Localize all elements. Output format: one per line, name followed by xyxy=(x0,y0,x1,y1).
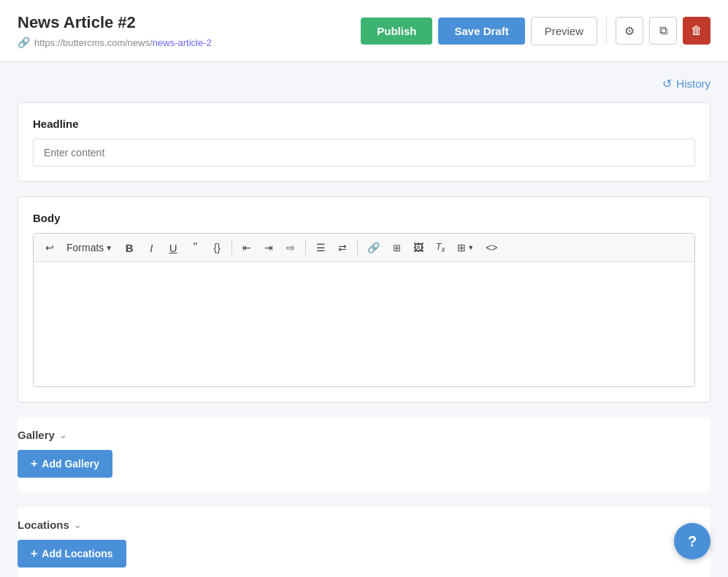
align-left-icon: ⇤ xyxy=(242,242,251,253)
page-title: News Article #2 xyxy=(18,13,212,32)
fab-button[interactable]: ? xyxy=(674,523,710,559)
image-icon: 🖼 xyxy=(413,242,424,253)
bold-button[interactable]: B xyxy=(119,239,139,257)
toolbar-divider xyxy=(606,18,607,44)
underline-icon: U xyxy=(169,242,177,254)
history-button[interactable]: ↺ History xyxy=(662,77,710,91)
settings-button[interactable]: ⚙ xyxy=(616,17,643,45)
url-prefix: https://buttercms.com/news/ xyxy=(34,37,153,48)
history-label: History xyxy=(676,77,710,90)
toolbar-sep-3 xyxy=(357,240,358,255)
save-draft-button[interactable]: Save Draft xyxy=(438,18,524,45)
blockquote-icon: " xyxy=(193,241,197,254)
underline-button[interactable]: U xyxy=(163,239,183,257)
formats-chevron-icon: ▼ xyxy=(105,244,112,252)
locations-chevron-icon: ⌄ xyxy=(74,519,82,530)
align-center-icon: ⇥ xyxy=(264,242,273,253)
code-inline-button[interactable]: {} xyxy=(207,239,227,256)
locations-section: Locations ⌄ + Add Locations xyxy=(18,507,710,577)
ordered-list-icon: ⇄ xyxy=(338,242,347,253)
unordered-list-button[interactable]: ☰ xyxy=(310,239,331,256)
toolbar-sep-1 xyxy=(231,240,232,255)
formats-button[interactable]: Formats ▼ xyxy=(61,239,118,256)
url-slug: news-article-2 xyxy=(153,37,212,48)
headline-section: Headline xyxy=(18,102,710,182)
locations-title: Locations xyxy=(18,519,69,531)
body-editor: ↩ Formats ▼ B I U " {} xyxy=(33,233,695,387)
main-content: ↺ History Headline Body ↩ Formats ▼ B xyxy=(0,62,728,577)
headline-label: Headline xyxy=(33,118,695,130)
embed-button[interactable]: ⊞ xyxy=(386,240,407,256)
headline-input[interactable] xyxy=(33,139,695,167)
history-icon: ↺ xyxy=(662,77,672,91)
editor-toolbar: ↩ Formats ▼ B I U " {} xyxy=(34,234,694,262)
undo-button[interactable]: ↩ xyxy=(39,239,60,256)
table-chevron-icon: ▼ xyxy=(467,244,474,251)
table-icon: ⊞ xyxy=(457,242,466,253)
locations-header[interactable]: Locations ⌄ xyxy=(18,507,710,540)
gallery-chevron-icon: ⌄ xyxy=(59,429,67,440)
copy-icon: ⧉ xyxy=(659,24,667,37)
add-locations-button[interactable]: + Add Locations xyxy=(18,540,126,568)
align-center-button[interactable]: ⇥ xyxy=(258,239,279,256)
add-gallery-label: Add Gallery xyxy=(42,458,99,470)
blockquote-button[interactable]: " xyxy=(185,238,205,257)
url-text: https://buttercms.com/news/news-article-… xyxy=(34,37,212,48)
undo-icon: ↩ xyxy=(45,242,54,253)
italic-icon: I xyxy=(150,242,153,254)
align-left-button[interactable]: ⇤ xyxy=(237,239,257,256)
add-locations-plus-icon: + xyxy=(31,547,37,560)
clear-format-icon: Tx xyxy=(436,242,445,253)
gallery-title: Gallery xyxy=(18,429,55,441)
clear-format-button[interactable]: Tx xyxy=(430,239,451,256)
gallery-header[interactable]: Gallery ⌄ xyxy=(18,417,710,450)
link-icon: 🔗 xyxy=(18,37,30,48)
formats-label: Formats xyxy=(66,242,104,253)
history-bar: ↺ History xyxy=(18,77,710,91)
gear-icon: ⚙ xyxy=(624,24,635,38)
page-header: News Article #2 🔗 https://buttercms.com/… xyxy=(0,0,728,62)
body-label: Body xyxy=(33,212,695,224)
add-gallery-button[interactable]: + Add Gallery xyxy=(18,450,112,478)
image-button[interactable]: 🖼 xyxy=(408,239,429,256)
embed-icon: ⊞ xyxy=(393,242,401,253)
add-locations-label: Add Locations xyxy=(42,548,112,559)
copy-button[interactable]: ⧉ xyxy=(649,17,677,45)
bold-icon: B xyxy=(126,242,134,254)
gallery-section: Gallery ⌄ + Add Gallery xyxy=(18,417,710,492)
body-section: Body ↩ Formats ▼ B I U xyxy=(18,196,710,402)
table-button[interactable]: ⊞ ▼ xyxy=(452,239,479,256)
toolbar-sep-2 xyxy=(305,240,306,255)
delete-button[interactable]: 🗑 xyxy=(683,17,710,45)
page-url: 🔗 https://buttercms.com/news/news-articl… xyxy=(18,37,212,48)
code-icon: {} xyxy=(214,242,221,253)
align-right-button[interactable]: ⇨ xyxy=(280,239,301,256)
ordered-list-button[interactable]: ⇄ xyxy=(332,239,353,256)
italic-button[interactable]: I xyxy=(141,239,161,257)
fab-icon: ? xyxy=(688,533,697,550)
header-left: News Article #2 🔗 https://buttercms.com/… xyxy=(18,13,212,48)
link-icon: 🔗 xyxy=(367,242,380,253)
trash-icon: 🗑 xyxy=(691,24,702,37)
add-gallery-plus-icon: + xyxy=(31,457,37,470)
align-right-icon: ⇨ xyxy=(286,242,295,253)
source-icon: <> xyxy=(486,242,497,253)
preview-button[interactable]: Preview xyxy=(531,17,597,45)
publish-button[interactable]: Publish xyxy=(361,18,432,45)
unordered-list-icon: ☰ xyxy=(316,242,326,253)
header-actions: Publish Save Draft Preview ⚙ ⧉ 🗑 xyxy=(361,17,710,45)
source-button[interactable]: <> xyxy=(480,239,502,256)
editor-content-area[interactable] xyxy=(34,262,694,386)
link-button[interactable]: 🔗 xyxy=(362,239,385,256)
